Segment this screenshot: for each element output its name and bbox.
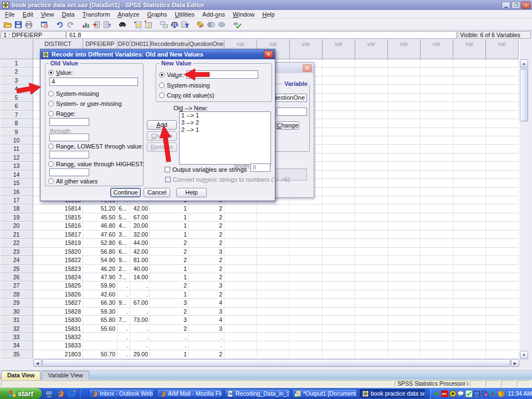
row-number[interactable]: 5 (0, 94, 33, 102)
data-cell[interactable]: 15833 (33, 341, 83, 350)
empty-cell[interactable] (388, 111, 421, 119)
empty-cell[interactable] (421, 128, 453, 136)
menu-analyze[interactable]: Analyze (114, 11, 143, 18)
empty-cell[interactable] (224, 290, 257, 299)
data-cell[interactable]: 42.00 (130, 248, 150, 256)
empty-cell[interactable] (486, 350, 519, 359)
vertical-scrollbar[interactable]: ▲ ▼ (520, 59, 529, 359)
empty-cell[interactable] (388, 231, 421, 239)
empty-cell[interactable] (290, 316, 323, 324)
empty-cell[interactable] (421, 308, 453, 316)
empty-cell[interactable] (486, 231, 519, 239)
data-cell[interactable]: . (150, 341, 189, 350)
data-cell[interactable]: 2 (150, 282, 189, 290)
empty-cell[interactable] (388, 94, 421, 102)
row-number[interactable]: 10 (0, 136, 33, 145)
empty-cell[interactable] (257, 350, 290, 359)
menu-view[interactable]: View (37, 11, 58, 18)
empty-cell[interactable] (421, 290, 453, 299)
data-cell[interactable]: 2 (189, 256, 224, 264)
empty-cell[interactable] (453, 308, 486, 316)
empty-cell[interactable] (388, 204, 421, 213)
menu-transform[interactable]: Transform (79, 11, 114, 18)
data-cell[interactable]: 54.90 (83, 256, 117, 264)
data-cell[interactable]: 2 (189, 222, 224, 230)
data-cell[interactable]: 9... (117, 299, 130, 307)
empty-cell[interactable] (355, 179, 388, 187)
data-cell[interactable]: 1 (150, 231, 189, 239)
empty-cell[interactable] (323, 350, 355, 359)
row-number[interactable]: 18 (0, 204, 33, 213)
empty-cell[interactable] (388, 145, 421, 153)
row-number[interactable]: 3 (0, 76, 33, 85)
empty-cell[interactable] (421, 239, 453, 247)
empty-cell[interactable] (323, 239, 355, 247)
empty-cell[interactable] (355, 290, 388, 299)
empty-cell[interactable] (453, 85, 486, 93)
data-cell[interactable]: . (130, 325, 150, 333)
data-cell[interactable]: 20.00 (130, 222, 150, 230)
empty-cell[interactable] (421, 213, 453, 222)
empty-cell[interactable] (453, 299, 486, 307)
empty-cell[interactable] (388, 350, 421, 359)
empty-cell[interactable] (257, 299, 290, 307)
weight-cases-icon[interactable] (169, 20, 180, 29)
data-cell[interactable]: 32.00 (130, 231, 150, 239)
empty-cell[interactable] (355, 333, 388, 341)
empty-cell[interactable] (323, 308, 355, 316)
row-number[interactable]: 9 (0, 128, 33, 136)
width-field[interactable]: 8 (250, 163, 270, 172)
vertical-scroll-thumb[interactable] (520, 69, 528, 121)
goto-chart-icon[interactable] (80, 20, 91, 29)
range-highest-field[interactable] (49, 168, 89, 176)
empty-cell[interactable] (388, 308, 421, 316)
data-cell[interactable]: . (130, 282, 150, 290)
empty-cell[interactable] (453, 94, 486, 102)
row-number[interactable]: 19 (0, 213, 33, 222)
new-system-missing-radio[interactable]: System-missing (159, 82, 210, 89)
row-number[interactable]: 27 (0, 282, 33, 290)
data-cell[interactable]: . (117, 341, 130, 350)
data-cell[interactable]: 7... (117, 316, 130, 324)
empty-cell[interactable] (421, 196, 453, 204)
cell-reference[interactable]: 1 : DPFEIERP (1, 31, 66, 39)
old-new-list[interactable]: 1 --> 13 --> 22 --> 1 (179, 111, 271, 165)
data-cell[interactable]: 15827 (33, 299, 83, 307)
empty-cell[interactable] (486, 213, 519, 222)
empty-cell[interactable] (224, 299, 257, 307)
empty-cell[interactable] (355, 282, 388, 290)
empty-cell[interactable] (323, 119, 355, 127)
show-desktop-icon[interactable] (44, 389, 54, 398)
empty-cell[interactable] (355, 188, 388, 196)
column-header-var[interactable]: var (486, 39, 519, 59)
empty-cell[interactable] (453, 341, 486, 350)
empty-cell[interactable] (486, 308, 519, 316)
data-cell[interactable]: 55.60 (83, 325, 117, 333)
empty-cell[interactable] (421, 76, 453, 85)
empty-cell[interactable] (224, 350, 257, 359)
ati-icon[interactable]: ATI (441, 390, 448, 397)
data-cell[interactable]: 3 (150, 299, 189, 307)
data-cell[interactable]: 4 (189, 299, 224, 307)
empty-cell[interactable] (355, 239, 388, 247)
empty-cell[interactable] (224, 239, 257, 247)
row-number[interactable]: 1 (0, 59, 33, 68)
data-cell[interactable]: 1 (150, 204, 189, 213)
insert-variable-icon[interactable] (143, 20, 154, 29)
data-cell[interactable]: . (130, 341, 150, 350)
empty-cell[interactable] (388, 213, 421, 222)
range-lowest-radio[interactable]: Range, LOWEST through value: (48, 143, 144, 150)
empty-cell[interactable] (453, 231, 486, 239)
empty-cell[interactable] (486, 171, 519, 179)
data-cell[interactable]: 6... (117, 248, 130, 256)
empty-cell[interactable] (421, 333, 453, 341)
empty-cell[interactable] (257, 239, 290, 247)
cancel-button[interactable]: Cancel (144, 188, 170, 197)
empty-cell[interactable] (486, 119, 519, 127)
data-cell[interactable]: 2 (150, 256, 189, 264)
row-number[interactable]: 35 (0, 350, 33, 359)
continue-button[interactable]: Continue (110, 188, 141, 197)
value-labels-icon[interactable] (195, 20, 206, 29)
row-number[interactable]: 16 (0, 188, 33, 196)
column-header-var[interactable]: var (355, 39, 388, 59)
